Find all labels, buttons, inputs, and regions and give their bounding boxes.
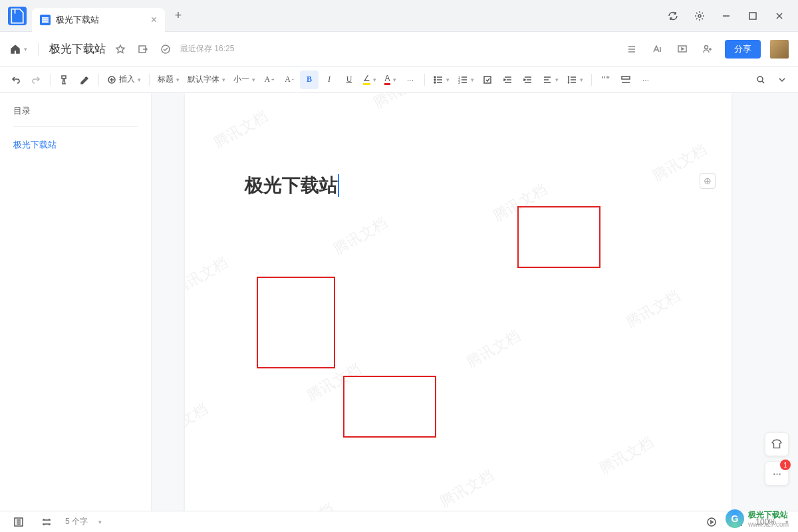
settings-icon[interactable] — [686, 3, 713, 29]
svg-point-8 — [434, 79, 436, 80]
outline-heading: 目录 — [13, 105, 138, 127]
outline-item[interactable]: 极光下载站 — [13, 127, 138, 163]
status-bar: 5 个字▾ 100%▾ — [0, 511, 798, 532]
browser-tab[interactable]: 极光下载站 × — [32, 8, 165, 32]
window-titlebar: 极光下载站 × + — [0, 0, 798, 32]
move-icon[interactable] — [135, 41, 151, 57]
svg-point-15 — [757, 76, 763, 82]
annotation-box-2 — [257, 277, 335, 368]
search-icon[interactable] — [751, 70, 770, 89]
chevron-down-icon: ▾ — [24, 46, 27, 53]
theme-button[interactable] — [765, 432, 789, 456]
undo-button[interactable] — [7, 70, 25, 89]
word-count[interactable]: 5 个字 — [65, 516, 88, 527]
main-area: 目录 极光下载站 腾讯文档 腾讯文档 腾讯文档 腾讯文档 腾讯文档 腾讯文档 腾… — [0, 93, 798, 511]
heading-select[interactable]: 标题▾ — [154, 70, 183, 89]
doc-header: ▾ 极光下载站 最近保存 16:25 分享 — [0, 32, 798, 66]
check-icon — [158, 41, 174, 57]
svg-point-9 — [434, 82, 436, 83]
sync-icon[interactable] — [660, 3, 686, 29]
divider-button[interactable] — [616, 70, 635, 89]
highlight-button[interactable]: ∠▾ — [360, 70, 380, 89]
present-icon[interactable] — [674, 41, 690, 57]
notification-badge: 1 — [780, 460, 791, 470]
align-button[interactable]: ▾ — [539, 70, 562, 89]
insert-button[interactable]: 插入▾ — [104, 70, 144, 89]
more-tools-button[interactable]: ··· — [636, 70, 655, 89]
svg-point-0 — [698, 15, 701, 17]
redo-button[interactable] — [27, 70, 45, 89]
size-select[interactable]: 小一▾ — [230, 70, 259, 89]
decrease-font-button[interactable]: A- — [280, 70, 299, 89]
outdent-button[interactable] — [499, 70, 517, 89]
bullet-list-button[interactable]: ▾ — [430, 70, 453, 89]
page-title[interactable]: 极光下载站 — [245, 173, 338, 198]
divider — [38, 43, 39, 56]
bold-button[interactable]: B — [300, 70, 319, 89]
collapse-toolbar-icon[interactable] — [773, 70, 791, 89]
home-button[interactable]: ▾ — [9, 43, 27, 55]
outline-sidebar: 目录 极光下载站 — [0, 93, 152, 511]
site-watermark: G 极光下载站 www.xz7.com — [726, 509, 789, 528]
svg-point-7 — [434, 76, 436, 78]
annotation-box-3 — [343, 376, 436, 438]
clear-format-button[interactable] — [75, 70, 94, 89]
svg-rect-1 — [749, 13, 756, 19]
close-button[interactable] — [766, 3, 793, 29]
share-button[interactable]: 分享 — [725, 40, 761, 59]
menu-icon[interactable] — [624, 41, 640, 57]
add-block-button[interactable]: ⊕ — [700, 173, 716, 189]
svg-rect-13 — [484, 76, 491, 83]
svg-text:3: 3 — [458, 80, 460, 84]
quote-button[interactable]: "" — [597, 70, 615, 89]
star-icon[interactable] — [112, 41, 128, 57]
format-painter-button[interactable] — [55, 70, 74, 89]
new-tab-button[interactable]: + — [169, 7, 188, 25]
increase-font-button[interactable]: A+ — [260, 70, 279, 89]
outline-toggle-icon[interactable] — [9, 513, 28, 531]
line-height-button[interactable]: ▾ — [563, 70, 587, 89]
font-select[interactable]: 默认字体▾ — [184, 70, 229, 89]
checklist-button[interactable] — [479, 70, 497, 89]
doc-icon — [40, 15, 51, 25]
maximize-button[interactable] — [739, 3, 766, 29]
text-color-button[interactable]: A▾ — [381, 70, 400, 89]
format-icon[interactable] — [649, 41, 665, 57]
italic-button[interactable]: I — [320, 70, 338, 89]
page-view-icon[interactable] — [37, 513, 56, 531]
app-logo — [8, 7, 27, 25]
user-avatar[interactable] — [770, 40, 789, 59]
play-icon[interactable] — [702, 513, 721, 531]
text-cursor — [338, 174, 339, 197]
more-format-button[interactable]: ··· — [401, 70, 420, 89]
svg-point-17 — [708, 518, 716, 526]
svg-rect-14 — [622, 76, 630, 79]
page[interactable]: 腾讯文档 腾讯文档 腾讯文档 腾讯文档 腾讯文档 腾讯文档 腾讯文档 腾讯文档 … — [185, 93, 732, 511]
document-canvas[interactable]: 腾讯文档 腾讯文档 腾讯文档 腾讯文档 腾讯文档 腾讯文档 腾讯文档 腾讯文档 … — [152, 93, 798, 511]
tab-title: 极光下载站 — [56, 14, 146, 26]
formatting-toolbar: 插入▾ 标题▾ 默认字体▾ 小一▾ A+ A- B I U ∠▾ A▾ ··· … — [0, 66, 798, 93]
add-user-icon[interactable] — [700, 41, 716, 57]
underline-button[interactable]: U — [340, 70, 358, 89]
indent-button[interactable] — [519, 70, 537, 89]
annotation-box-1 — [517, 206, 600, 268]
close-icon[interactable]: × — [151, 14, 157, 26]
more-button[interactable]: ⋯1 — [765, 462, 789, 485]
document-title[interactable]: 极光下载站 — [49, 41, 106, 57]
floating-panel: ⋯1 — [765, 432, 789, 485]
save-status: 最近保存 16:25 — [180, 43, 234, 55]
minimize-button[interactable] — [713, 3, 739, 29]
svg-point-5 — [705, 45, 708, 49]
number-list-button[interactable]: 123▾ — [454, 70, 477, 89]
